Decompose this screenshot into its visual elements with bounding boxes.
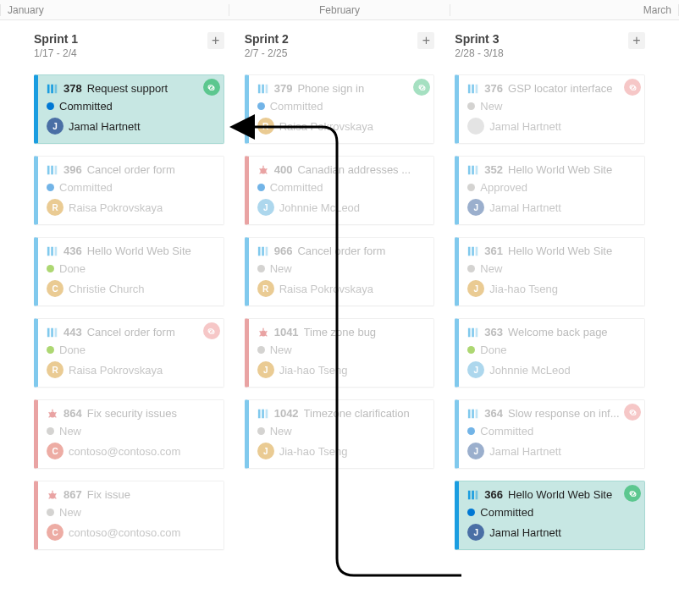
work-item-state: New <box>480 100 502 113</box>
svg-rect-0 <box>47 84 50 93</box>
state-dot <box>47 346 54 354</box>
svg-rect-25 <box>262 84 264 93</box>
card-state-row: Approved <box>467 181 636 194</box>
avatar: R <box>47 199 63 216</box>
work-item-card[interactable]: 364Slow response on inf...CommittedJJama… <box>455 399 645 469</box>
assignee-name: Raisa Pokrovskaya <box>279 120 373 133</box>
product-backlog-item-icon <box>47 83 58 95</box>
svg-line-31 <box>259 172 261 173</box>
work-item-title: Timezone clarification <box>304 407 410 420</box>
add-card-button[interactable]: + <box>417 32 434 49</box>
work-item-state: Committed <box>59 100 113 113</box>
svg-rect-62 <box>476 490 478 499</box>
product-backlog-item-icon <box>257 245 269 257</box>
work-item-id: 366 <box>484 488 503 501</box>
card-title-row: 436Hello World Web Site <box>47 245 215 257</box>
card-state-row: Committed <box>47 100 215 113</box>
work-item-card[interactable]: 867Fix issueNewCcontoso@contoso.com <box>34 481 224 550</box>
work-item-card[interactable]: 1041Time zone bugNewJJia-hao Tseng <box>245 318 435 388</box>
card-state-row: New <box>47 506 215 519</box>
work-item-state: New <box>270 425 292 437</box>
work-item-card[interactable]: 379Phone sign inCommittedRRaisa Pokrovsk… <box>245 74 435 144</box>
work-item-card[interactable]: 378Request supportCommittedJJamal Hartne… <box>34 74 224 144</box>
card-assignee-row: RRaisa Pokrovskaya <box>257 280 426 297</box>
link-badge[interactable] <box>413 79 430 96</box>
assignee-name: contoso@contoso.com <box>69 445 180 458</box>
svg-rect-33 <box>258 246 261 256</box>
avatar: J <box>257 443 274 459</box>
avatar: R <box>47 361 63 378</box>
product-backlog-item-icon <box>47 245 58 257</box>
card-state-row: Committed <box>257 181 426 194</box>
card-state-row: New <box>257 425 426 437</box>
avatar: J <box>257 199 274 216</box>
svg-rect-42 <box>258 409 261 418</box>
work-item-card[interactable]: 436Hello World Web SiteDoneCChristie Chu… <box>34 237 224 306</box>
add-card-button[interactable]: + <box>207 32 224 49</box>
work-item-id: 352 <box>484 163 503 176</box>
sprint-title[interactable]: Sprint 3 <box>455 32 503 46</box>
state-dot <box>47 184 54 191</box>
work-item-title: Cancel order form <box>297 245 385 257</box>
assignee-name: Jamal Hartnett <box>489 120 561 133</box>
work-item-card[interactable]: 376GSP locator interfaceNewJamal Hartnet… <box>455 74 645 144</box>
card-assignee-row: JJamal Hartnett <box>467 443 636 459</box>
work-item-title: Hello World Web Site <box>508 245 612 257</box>
avatar: J <box>467 199 484 216</box>
sprint-title[interactable]: Sprint 2 <box>245 32 289 46</box>
work-item-title: Hello World Web Site <box>508 163 612 176</box>
work-item-card[interactable]: 864Fix security issuesNewCcontoso@contos… <box>34 399 224 469</box>
card-assignee-row: JJamal Hartnett <box>467 199 636 216</box>
link-badge[interactable] <box>203 322 220 339</box>
card-assignee-row: RRaisa Pokrovskaya <box>257 118 426 135</box>
state-dot <box>47 427 54 435</box>
svg-line-17 <box>55 415 57 417</box>
assignee-name: Raisa Pokrovskaya <box>279 283 373 295</box>
work-item-card[interactable]: 361Hello World Web SiteNewJJia-hao Tseng <box>455 237 645 306</box>
card-assignee-row: JJohnnie McLeod <box>467 361 636 378</box>
card-state-row: New <box>467 262 636 275</box>
card-assignee-row: JJohnnie McLeod <box>257 199 426 216</box>
work-item-card[interactable]: 966Cancel order formNewRRaisa Pokrovskay… <box>245 237 435 306</box>
card-title-row: 376GSP locator interface <box>467 82 636 95</box>
link-badge[interactable] <box>203 79 220 96</box>
sprint-dates: 1/17 - 2/4 <box>34 47 78 59</box>
card-title-row: 400Canadian addresses ... <box>257 163 426 176</box>
link-badge[interactable] <box>624 485 641 502</box>
card-title-row: 864Fix security issues <box>47 407 215 420</box>
work-item-card[interactable]: 363Welcome back pageDoneJJohnnie McLeod <box>455 318 645 388</box>
card-state-row: Committed <box>47 181 215 194</box>
assignee-name: Jia-hao Tseng <box>279 445 348 458</box>
work-item-card[interactable]: 352Hello World Web SiteApprovedJJamal Ha… <box>455 156 645 225</box>
sprint-header: Sprint 22/7 - 2/25+ <box>245 32 435 63</box>
svg-rect-24 <box>258 84 261 93</box>
sprint-title[interactable]: Sprint 1 <box>34 32 78 46</box>
work-item-title: Time zone bug <box>304 326 377 338</box>
work-item-card[interactable]: 1042Timezone clarificationNewJJia-hao Ts… <box>245 399 435 469</box>
product-backlog-item-icon <box>257 408 269 420</box>
add-card-button[interactable]: + <box>628 32 645 49</box>
work-item-card[interactable]: 366Hello World Web SiteCommittedJJamal H… <box>455 481 645 550</box>
card-state-row: Committed <box>467 425 636 437</box>
link-icon <box>417 83 427 92</box>
work-item-card[interactable]: 443Cancel order formDoneRRaisa Pokrovska… <box>34 318 224 388</box>
svg-line-20 <box>49 493 51 495</box>
work-item-card[interactable]: 400Canadian addresses ...CommittedJJohnn… <box>245 156 435 225</box>
link-badge[interactable] <box>624 79 641 96</box>
assignee-name: Jamal Hartnett <box>69 120 141 133</box>
bug-icon <box>257 327 269 338</box>
svg-rect-4 <box>51 165 53 174</box>
link-badge[interactable] <box>624 404 641 421</box>
card-title-row: 1042Timezone clarification <box>257 407 426 420</box>
product-backlog-item-icon <box>467 489 479 501</box>
work-item-title: Cancel order form <box>87 326 175 338</box>
svg-rect-44 <box>265 409 268 418</box>
work-item-id: 966 <box>274 245 293 257</box>
svg-rect-57 <box>468 409 471 418</box>
svg-line-29 <box>259 168 261 170</box>
card-title-row: 379Phone sign in <box>257 82 426 95</box>
avatar: J <box>47 118 63 135</box>
product-backlog-item-icon <box>47 164 58 176</box>
work-item-card[interactable]: 396Cancel order formCommittedRRaisa Pokr… <box>34 156 224 225</box>
svg-rect-7 <box>51 246 53 256</box>
